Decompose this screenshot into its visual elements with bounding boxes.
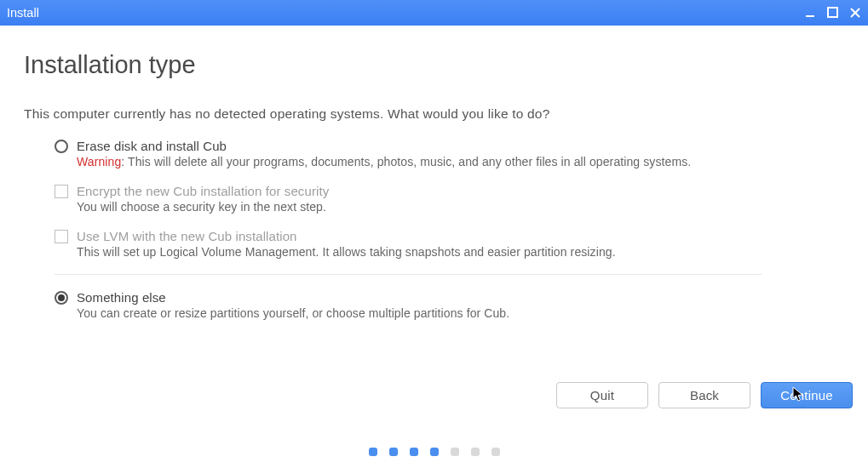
- pager-dots: [369, 448, 500, 456]
- pager-dot[interactable]: [491, 448, 500, 456]
- svg-rect-0: [806, 15, 814, 17]
- option-encrypt[interactable]: Encrypt the new Cub installation for sec…: [55, 184, 844, 214]
- quit-button[interactable]: Quit: [556, 382, 648, 408]
- warning-text: : This will delete all your programs, do…: [121, 155, 691, 168]
- pager-dot[interactable]: [410, 448, 418, 456]
- option-desc: You can create or resize partitions your…: [77, 306, 844, 320]
- minimize-icon[interactable]: [805, 7, 817, 19]
- window-controls: [805, 7, 861, 19]
- maximize-icon[interactable]: [827, 7, 839, 19]
- option-label: Use LVM with the new Cub installation: [77, 229, 844, 243]
- option-body: Encrypt the new Cub installation for sec…: [77, 184, 844, 214]
- continue-button[interactable]: Continue: [761, 382, 853, 408]
- option-erase-disk[interactable]: Erase disk and install Cub Warning: This…: [55, 139, 844, 168]
- close-icon[interactable]: [849, 7, 861, 19]
- svg-rect-1: [828, 8, 837, 17]
- checkbox-lvm[interactable]: [55, 230, 68, 243]
- options-list: Erase disk and install Cub Warning: This…: [24, 139, 844, 320]
- pager-dot[interactable]: [430, 448, 439, 456]
- main-content: Installation type This computer currentl…: [0, 26, 868, 320]
- warning-prefix: Warning: [77, 155, 121, 168]
- option-body: Something else You can create or resize …: [77, 290, 844, 320]
- button-row: Quit Back Continue: [556, 382, 853, 408]
- pager-dot[interactable]: [389, 448, 398, 456]
- option-desc: You will choose a security key in the ne…: [77, 200, 844, 214]
- radio-erase[interactable]: [55, 140, 68, 153]
- pager-dot[interactable]: [471, 448, 480, 456]
- option-desc: This will set up Logical Volume Manageme…: [77, 245, 844, 259]
- option-body: Erase disk and install Cub Warning: This…: [77, 139, 844, 168]
- option-label: Something else: [77, 290, 844, 305]
- option-label: Encrypt the new Cub installation for sec…: [77, 184, 844, 198]
- question-text: This computer currently has no detected …: [24, 106, 844, 122]
- option-desc: Warning: This will delete all your progr…: [77, 155, 844, 168]
- checkbox-encrypt[interactable]: [55, 185, 68, 198]
- option-something-else[interactable]: Something else You can create or resize …: [55, 290, 844, 320]
- back-button[interactable]: Back: [658, 382, 750, 408]
- titlebar[interactable]: Install: [0, 0, 868, 26]
- pager-dot[interactable]: [369, 448, 377, 456]
- radio-something-else[interactable]: [55, 291, 68, 305]
- option-body: Use LVM with the new Cub installation Th…: [77, 229, 844, 259]
- window-title: Install: [7, 6, 39, 20]
- option-lvm[interactable]: Use LVM with the new Cub installation Th…: [55, 229, 844, 259]
- page-title: Installation type: [24, 51, 844, 79]
- separator: [55, 274, 762, 275]
- option-label: Erase disk and install Cub: [77, 139, 844, 153]
- pager-dot[interactable]: [451, 448, 459, 456]
